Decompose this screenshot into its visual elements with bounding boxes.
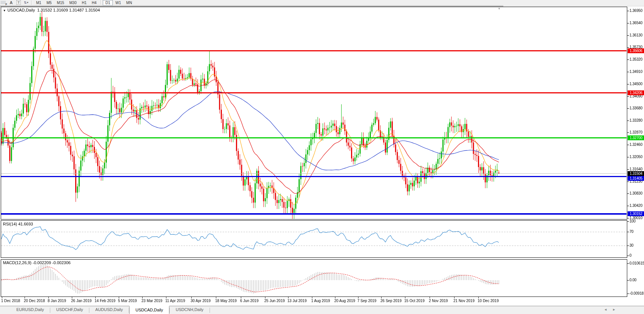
price-axis-tick: 1.30830 [629,191,643,195]
price-axis-tick: 1.32050 [629,155,643,159]
resistance-line-2[interactable] [1,92,627,93]
rsi-panel[interactable] [1,220,627,258]
pivot-line-badge: 1.32700 [628,135,644,140]
date-axis-label: 20 Dec 2018 [24,299,45,303]
timeframe-group: M1M5M15M30H1H4D1W1MN [34,0,135,6]
current-price-badge: 1.31504 [628,171,644,176]
text-tool[interactable]: A [8,0,15,5]
price-axis-tick: 1.30420 [629,204,643,208]
date-axis-label: 25 Jun 2019 [264,299,285,303]
date-axis-label: 20 Aug 2019 [334,299,355,303]
price-axis-tick: 1.32460 [629,142,643,147]
chevron-down-icon: ▾ [27,1,29,4]
timeframe-button-m30[interactable]: M30 [67,0,79,6]
macd-panel[interactable] [1,259,627,297]
text-label-tool-icon: T [16,0,21,5]
rsi-axis-tick: 100 [629,219,635,223]
resistance-line-1[interactable] [1,50,627,51]
price-chart-panel[interactable] [1,7,627,220]
date-axis-label: 13 Jul 2019 [287,299,307,303]
date-axis-label: 14 Feb 2019 [95,299,115,303]
date-axis-label: 15 Oct 2019 [404,299,424,303]
price-axis-tick: 1.34500 [629,82,643,86]
support-line-2[interactable] [1,213,627,215]
price-axis-tick: 1.31640 [629,167,643,171]
timeframe-button-h4[interactable]: H4 [89,0,99,6]
date-axis-label: 26 Sep 2019 [380,299,402,303]
resistance-line-2-badge: 1.34206 [628,90,644,95]
arrows-tool[interactable]: ⇅ ▾ [23,0,29,5]
scroll-to-end-icon[interactable]: ▼ [498,7,501,10]
arrows-tool-icon: ⇅ [24,1,26,4]
macd-axis-tick: 0.00 [629,278,637,282]
price-axis-tick: 1.33280 [629,118,643,122]
date-axis-label: 6 Jun 2019 [240,299,259,303]
timeframe-button-h1[interactable]: H1 [79,0,89,6]
tab-scroll-left-icon[interactable]: ◄ [604,308,612,311]
text-tool-icon: A [10,0,13,5]
symbol-tabs: EURUSD,DailyUSDCHF,DailyAUDUSD,DailyUSDC… [10,306,210,314]
rsi-label: RSI(14) 41.6693 [3,222,33,226]
date-axis-label: 8 Jan 2019 [48,299,66,303]
price-axis-tick: 1.36950 [629,9,643,13]
rsi-axis-tick: 70 [629,230,634,234]
date-axis-label: 2 Nov 2019 [429,299,448,303]
symbol-tabbar: EURUSD,DailyUSDCHF,DailyAUDUSD,DailyUSDC… [0,306,644,314]
tab-usdchf[interactable]: USDCHF,Daily [50,306,89,314]
tab-eurusd[interactable]: EURUSD,Daily [10,306,50,314]
price-axis-tick: 1.35320 [629,57,643,61]
date-axis-label: 7 Sep 2019 [357,299,376,303]
chart-dropdown-icon[interactable]: ▼ [3,9,6,12]
support-line-1[interactable] [1,176,627,177]
macd-axis-tick: -0.009181 [629,291,644,295]
price-axis-tick: 1.33680 [629,106,643,110]
ohlc-high: 1.31609 [53,8,68,12]
tab-scroll-right-icon[interactable]: ► [612,308,621,311]
price-axis-tick: 1.34910 [629,70,643,74]
date-axis-label: 1 Dec 2018 [1,299,20,303]
toolbar-separator [101,0,101,4]
tab-separator [210,308,210,313]
chart-symbol-period: USDCAD,Daily [7,8,35,12]
timeframe-button-m5[interactable]: M5 [44,0,54,6]
rsi-axis-tick: 0 [629,253,631,257]
timeframe-button-mn[interactable]: MN [124,0,135,6]
date-axis-label: 5 Mar 2019 [118,299,137,303]
support-line-1-badge: 1.31405 [628,176,644,181]
tab-usdcad[interactable]: USDCAD,Daily [129,306,169,314]
toolbar-separator [31,0,32,5]
price-axis-tick: 1.36130 [629,33,643,37]
tab-audusd[interactable]: AUDUSD,Daily [89,306,129,314]
tab-scroll-buttons: ◄► [604,308,621,311]
timeframe-button-m1[interactable]: M1 [34,0,44,6]
tab-usdcnh[interactable]: USDCNH,Daily [170,306,210,314]
macd-label: MACD(12,26,9) -0.002209 -0.002306 [3,260,71,265]
rsi-axis-tick: 30 [629,243,634,247]
date-axis-label: 26 Jan 2019 [71,299,92,303]
date-axis-label: 21 Nov 2019 [453,299,475,303]
fibonacci-tool[interactable]: F [0,0,7,5]
timeframe-button-d1[interactable]: D1 [103,0,113,6]
chart-horizontal-scrollbar[interactable] [0,5,644,7]
ohlc-low: 1.31487 [69,8,84,12]
date-axis-label: 1 Aug 2019 [311,299,330,303]
scrollbar-thumb[interactable] [0,5,503,7]
trading-terminal-window: F A T ⇅ ▾ M1M5M15M30H1H4D1W1MN ▼USDCAD,D… [0,0,644,314]
current-price-line [1,173,627,174]
toolbar: F A T ⇅ ▾ M1M5M15M30H1H4D1W1MN [0,0,644,5]
pivot-line[interactable] [1,137,627,138]
date-axis-label: 18 May 2019 [215,299,237,303]
ohlc-open: 1.31532 [37,8,52,12]
price-axis-tick: 1.36540 [629,21,643,25]
chart-title: ▼USDCAD,Daily 1.31532 1.31609 1.31487 1.… [3,8,100,12]
ohlc-close: 1.31504 [85,8,100,12]
timeframe-button-m15[interactable]: M15 [54,0,67,6]
date-axis-label: 30 Apr 2019 [191,299,211,303]
date-axis-label: 11 Apr 2019 [165,299,185,303]
fibonacci-tool-icon: F [1,1,7,5]
date-axis-label: 23 Mar 2019 [141,299,162,303]
price-axis-tick: 1.32870 [629,130,643,134]
text-label-tool[interactable]: T [15,0,22,5]
resistance-line-1-badge: 1.35606 [628,48,644,53]
timeframe-button-w1[interactable]: W1 [113,0,124,6]
